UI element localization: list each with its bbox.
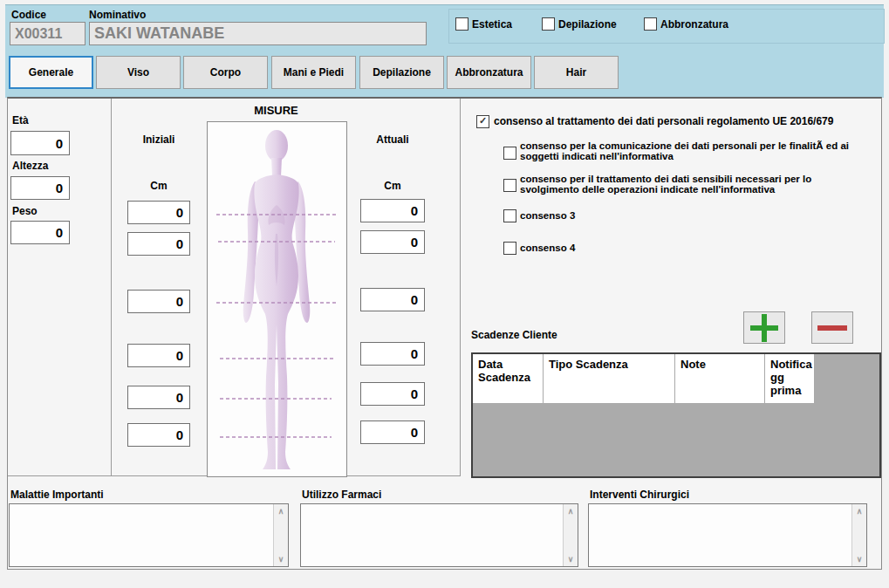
attuali-field-4[interactable] [360,342,425,366]
tab-mani-e-piedi[interactable]: Mani e Piedi [271,56,356,89]
depilazione-checkbox[interactable] [542,17,555,31]
eta-field[interactable] [10,131,70,155]
tab-depilazione[interactable]: Depilazione [359,56,444,89]
column-header-data-scadenza[interactable]: Data Scadenza [473,354,544,403]
consenso-sensibili-label: consenso per il trattamento dei dati sen… [520,174,869,195]
scroll-up-icon[interactable]: ∧ [852,505,866,517]
mannequin-image [207,121,347,477]
eta-label: Età [12,114,29,126]
consenso-sensibili-checkbox[interactable] [503,179,516,192]
codice-label: Codice [11,9,46,21]
add-scadenza-button[interactable] [743,311,785,344]
tab-corpo[interactable]: Corpo [183,56,268,89]
utilizzo-farmaci-textarea[interactable] [300,503,578,567]
iniziali-field-4[interactable] [127,344,190,367]
consenso-ue-checkbox[interactable]: ✓ [476,115,489,128]
tab-abbronzatura[interactable]: Abbronzatura [447,56,531,89]
estetica-label: Estetica [472,18,512,31]
consenso-4-label: consenso 4 [520,243,869,254]
scroll-down-icon[interactable]: ∨ [564,553,578,565]
client-card-window: Codice Nominativo Estetica Depilazione A… [0,0,889,588]
attuali-field-5[interactable] [360,382,425,406]
divider-left [111,99,112,475]
iniziali-field-2[interactable] [127,232,190,256]
scroll-up-icon[interactable]: ∧ [274,505,288,517]
malattie-importanti-label: Malattie Importanti [10,489,104,501]
consenso-comunicazione-checkbox[interactable] [503,147,516,160]
attuali-field-2[interactable] [360,230,425,254]
cm-label-attuali: Cm [360,180,425,192]
scroll-down-icon[interactable]: ∨ [274,553,288,565]
consenso-4-checkbox[interactable] [503,242,516,255]
consenso-comunicazione-label: consenso per la comunicazione dei dati p… [520,141,869,161]
tab-generale[interactable]: Generale [9,56,93,89]
utilizzo-farmaci-label: Utilizzo Farmaci [302,489,381,501]
iniziali-label: Iniziali [127,133,190,146]
depilazione-label: Depilazione [558,18,617,31]
malattie-scrollbar[interactable]: ∧ ∨ [273,504,288,566]
mannequin-figure [208,122,345,475]
attuali-label: Attuali [360,133,425,146]
minus-icon [817,325,847,331]
scroll-up-icon[interactable]: ∧ [564,505,578,517]
plus-icon [750,314,778,342]
attuali-field-6[interactable] [360,420,425,444]
column-header-notifica[interactable]: Notifica gg prima [765,354,815,403]
misure-title: MISURE [207,105,345,117]
scroll-down-icon[interactable]: ∨ [852,553,866,565]
scadenze-cliente-label: Scadenze Cliente [471,329,557,341]
attuali-field-1[interactable] [360,199,425,222]
scadenze-table: Data Scadenza Tipo Scadenza Note Notific… [471,352,881,478]
tab-viso[interactable]: Viso [96,56,181,89]
consenso-3-checkbox[interactable] [503,209,516,222]
nominativo-label: Nominativo [89,9,146,21]
attuali-field-3[interactable] [360,288,425,311]
consenso-ue-label: consenso al trattamento dei dati persona… [494,116,833,127]
altezza-label: Altezza [12,160,48,172]
iniziali-field-6[interactable] [127,423,190,447]
consenso-3-label: consenso 3 [520,211,869,222]
iniziali-field-5[interactable] [127,386,190,409]
codice-field[interactable] [10,22,85,45]
iniziali-field-1[interactable] [127,201,190,224]
divider-right [460,99,461,475]
peso-field[interactable] [10,221,70,244]
nominativo-field[interactable] [89,22,427,45]
cm-label-iniziali: Cm [127,180,190,192]
column-header-tipo-scadenza[interactable]: Tipo Scadenza [544,354,675,403]
farmaci-scrollbar[interactable]: ∧ ∨ [563,504,578,566]
estetica-checkbox[interactable] [455,17,468,31]
abbronzatura-label: Abbronzatura [660,18,728,31]
interventi-scrollbar[interactable]: ∧ ∨ [851,504,866,566]
interventi-chirurgici-label: Interventi Chirurgici [590,489,689,501]
tab-hair[interactable]: Hair [534,56,619,89]
column-header-note[interactable]: Note [675,354,765,403]
altezza-field[interactable] [10,176,70,200]
malattie-importanti-textarea[interactable] [9,503,289,567]
remove-scadenza-button[interactable] [811,311,853,344]
abbronzatura-checkbox[interactable] [644,17,657,31]
peso-label: Peso [12,205,38,217]
check-icon: ✓ [477,115,489,126]
interventi-chirurgici-textarea[interactable] [588,503,867,567]
iniziali-field-3[interactable] [127,290,190,313]
